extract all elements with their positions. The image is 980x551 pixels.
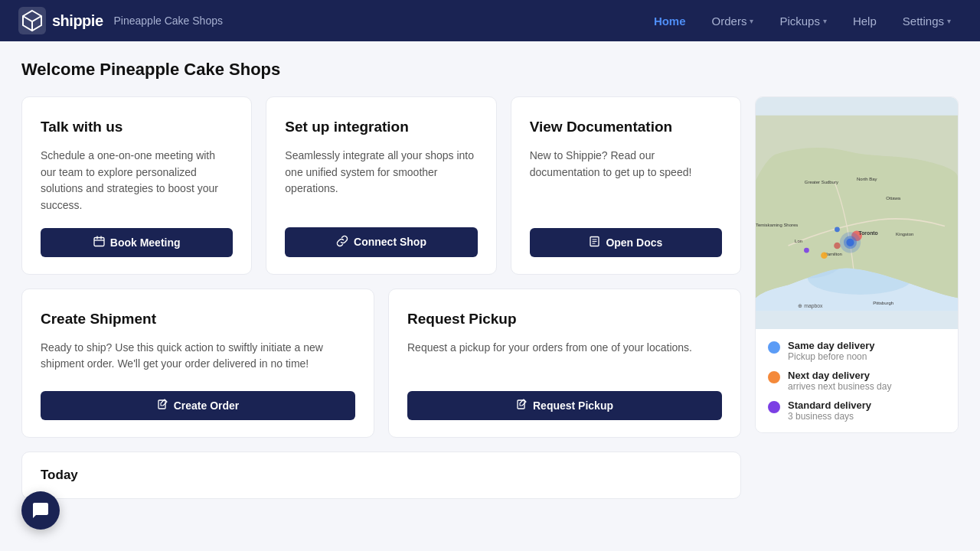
- card-request-pickup: Request Pickup Request a pickup for your…: [388, 289, 741, 438]
- svg-text:Temiskaming Shores: Temiskaming Shores: [756, 223, 798, 227]
- svg-text:Ottawa: Ottawa: [886, 196, 901, 201]
- card-request-pickup-desc: Request a pickup for your orders from on…: [407, 340, 722, 377]
- page-content: Welcome Pineapple Cake Shops Talk with u…: [0, 41, 980, 517]
- link-icon: [336, 235, 348, 249]
- svg-point-26: [804, 248, 809, 253]
- legend-item-next-day: Next day delivery arrives next business …: [768, 370, 946, 392]
- svg-text:North Bay: North Bay: [857, 177, 877, 181]
- svg-point-11: [834, 243, 841, 249]
- standard-title: Standard delivery: [788, 399, 871, 411]
- svg-rect-3: [94, 237, 104, 246]
- create-order-button[interactable]: Create Order: [41, 391, 355, 420]
- svg-point-25: [821, 253, 828, 259]
- standard-subtitle: 3 business days: [788, 411, 871, 422]
- card-view-documentation-desc: New to Shippie? Read our documentation t…: [530, 148, 722, 214]
- same-day-subtitle: Pickup before noon: [788, 351, 874, 362]
- legend-item-standard: Standard delivery 3 business days: [768, 399, 946, 422]
- nav-link-home[interactable]: Home: [643, 10, 697, 32]
- svg-text:Pittsburgh: Pittsburgh: [873, 301, 893, 305]
- map-legend: Same day delivery Pickup before noon Nex…: [756, 329, 958, 432]
- today-section: Today: [21, 452, 741, 499]
- book-meeting-button[interactable]: Book Meeting: [41, 228, 233, 257]
- standard-dot: [768, 401, 780, 413]
- next-day-subtitle: arrives next business day: [788, 381, 891, 392]
- connect-shop-button[interactable]: Connect Shop: [285, 227, 477, 257]
- edit-icon: [157, 399, 168, 412]
- card-talk-with-us-desc: Schedule a one-on-one meeting with our t…: [41, 148, 233, 214]
- card-request-pickup-title: Request Pickup: [407, 311, 722, 328]
- nav-links: Home Orders ▾ Pickups ▾ Help Settings ▾: [643, 10, 962, 32]
- nav-link-pickups[interactable]: Pickups ▾: [769, 10, 838, 32]
- next-day-dot: [768, 371, 780, 383]
- nav-brand: shippie Pineapple Cake Shops: [18, 7, 223, 34]
- nav-link-orders[interactable]: Orders ▾: [701, 10, 765, 32]
- card-create-shipment-title: Create Shipment: [41, 311, 355, 328]
- svg-text:Toronto: Toronto: [859, 230, 878, 236]
- nav-link-help[interactable]: Help: [842, 10, 887, 32]
- card-view-documentation-title: View Documentation: [530, 119, 722, 135]
- svg-text:Greater Sudbury: Greater Sudbury: [805, 180, 838, 184]
- edit-icon: [516, 399, 528, 412]
- card-set-up-integration-title: Set up integration: [285, 119, 477, 135]
- chevron-down-icon: ▾: [750, 17, 753, 25]
- shippie-logo-icon: [18, 7, 46, 34]
- nav-brand-name: shippie: [52, 12, 103, 30]
- chevron-down-icon: ▾: [947, 17, 951, 25]
- nav-link-settings[interactable]: Settings ▾: [892, 10, 962, 32]
- svg-point-27: [835, 227, 840, 232]
- card-create-shipment-desc: Ready to ship? Use this quick action to …: [41, 340, 355, 377]
- page-title: Welcome Pineapple Cake Shops: [21, 60, 959, 80]
- main-layout: Talk with us Schedule a one-on-one meeti…: [21, 96, 959, 499]
- same-day-dot: [768, 341, 780, 354]
- card-talk-with-us-title: Talk with us: [41, 119, 233, 135]
- book-icon: [589, 236, 600, 249]
- svg-text:Lon: Lon: [795, 239, 802, 243]
- cards-area: Talk with us Schedule a one-on-one meeti…: [21, 96, 741, 499]
- calendar-icon: [93, 236, 105, 249]
- chat-icon: [31, 501, 50, 517]
- card-create-shipment: Create Shipment Ready to ship? Use this …: [21, 289, 374, 438]
- card-set-up-integration: Set up integration Seamlessly integrate …: [266, 96, 496, 275]
- map-panel: Toronto Hamilton Ottawa Lon Greater Sudb…: [755, 96, 959, 433]
- svg-point-24: [846, 239, 854, 246]
- svg-text:Kingston: Kingston: [896, 232, 913, 236]
- request-pickup-button[interactable]: Request Pickup: [407, 391, 722, 420]
- svg-text:⊕ mapbox: ⊕ mapbox: [798, 303, 823, 309]
- cards-row-2: Create Shipment Ready to ship? Use this …: [21, 289, 741, 438]
- map-visual: Toronto Hamilton Ottawa Lon Greater Sudb…: [756, 97, 958, 329]
- nav-shop-name: Pineapple Cake Shops: [114, 15, 223, 27]
- chevron-down-icon: ▾: [823, 17, 827, 25]
- same-day-title: Same day delivery: [788, 340, 874, 351]
- cards-row-1: Talk with us Schedule a one-on-one meeti…: [21, 96, 741, 275]
- card-set-up-integration-desc: Seamlessly integrate all your shops into…: [285, 148, 477, 214]
- open-docs-button[interactable]: Open Docs: [530, 228, 722, 257]
- map-svg: Toronto Hamilton Ottawa Lon Greater Sudb…: [756, 97, 958, 329]
- card-talk-with-us: Talk with us Schedule a one-on-one meeti…: [21, 96, 252, 275]
- legend-item-same-day: Same day delivery Pickup before noon: [768, 340, 946, 362]
- card-view-documentation: View Documentation New to Shippie? Read …: [511, 96, 741, 275]
- navbar: shippie Pineapple Cake Shops Home Orders…: [0, 0, 980, 41]
- today-title: Today: [41, 468, 722, 483]
- next-day-title: Next day delivery: [788, 370, 891, 381]
